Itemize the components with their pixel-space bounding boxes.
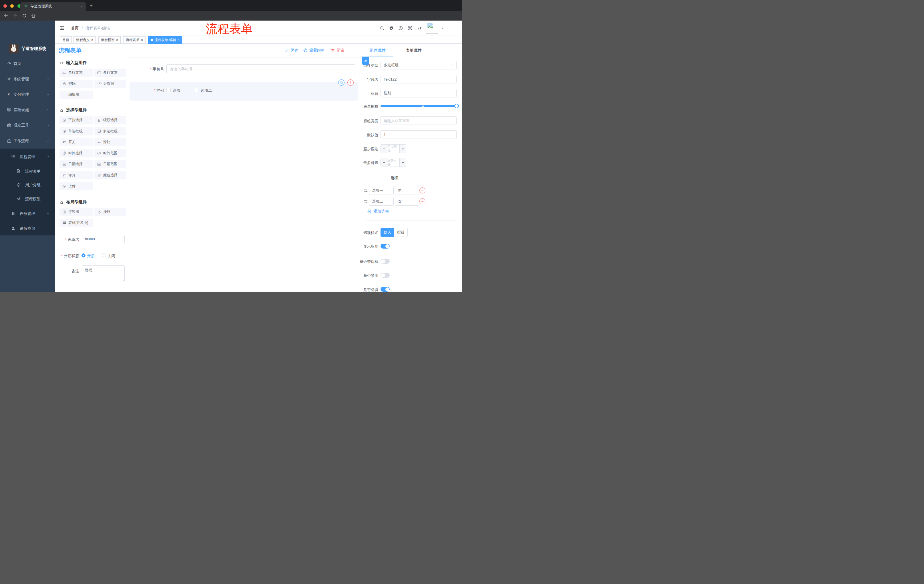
border-switch[interactable] <box>381 259 390 264</box>
search-icon[interactable] <box>380 26 384 31</box>
component-password[interactable]: 密码 <box>59 80 93 88</box>
stepper-plus-button[interactable]: + <box>399 158 406 166</box>
breadcrumb-home[interactable]: 首页 <box>71 26 79 31</box>
disabled-switch[interactable] <box>381 273 390 278</box>
option-drag-icon[interactable] <box>363 188 368 193</box>
style-button-button[interactable]: 按钮 <box>394 228 408 237</box>
tag-close-icon[interactable]: × <box>116 38 118 42</box>
tag-process-definition[interactable]: 流程定义× <box>73 36 96 44</box>
phone-field-input[interactable] <box>167 64 355 74</box>
tag-process-form-edit[interactable]: 流程表单-编辑× <box>148 36 182 44</box>
sidebar-item-user-group[interactable]: 用户分组 <box>0 178 55 192</box>
sidebar-item-task-mgmt[interactable]: 任务管理 <box>0 206 55 220</box>
form-name-input[interactable] <box>82 235 125 243</box>
collapse-sidebar-icon[interactable] <box>59 25 65 31</box>
sidebar-item-process-model[interactable]: 流程模型 <box>0 192 55 206</box>
component-color-picker[interactable]: 颜色选择 <box>94 171 126 179</box>
home-icon[interactable] <box>31 13 36 18</box>
gender-option1-label[interactable]: 选项一 <box>173 88 185 93</box>
sidebar-logo[interactable]: 芋道管理系统 <box>0 42 55 55</box>
minimize-window-button[interactable] <box>10 4 14 8</box>
option1-label-input[interactable] <box>369 186 394 195</box>
component-switch[interactable]: 开关 <box>59 138 93 146</box>
avatar[interactable] <box>426 22 438 34</box>
option1-value-input[interactable] <box>395 186 419 195</box>
save-button[interactable]: 保存 <box>284 48 298 53</box>
clear-button[interactable]: 清空 <box>331 48 345 53</box>
tag-home[interactable]: 首页 <box>60 36 72 44</box>
help-icon[interactable] <box>398 26 403 31</box>
sidebar-item-leave-query[interactable]: 请假查询 <box>0 221 55 235</box>
component-row-container[interactable]: 行容器 <box>59 208 93 216</box>
type-select[interactable]: 多选框组 <box>381 61 457 69</box>
tag-close-icon[interactable]: × <box>178 38 180 42</box>
option2-label-input[interactable] <box>369 197 394 206</box>
component-multi-text[interactable]: 多行文本 <box>94 69 126 77</box>
stepper-minus-button[interactable]: − <box>381 158 388 166</box>
sidebar-item-home[interactable]: 首页 <box>0 56 55 71</box>
sidebar-item-infra[interactable]: 基础设施 <box>0 102 55 117</box>
new-tab-button[interactable]: + <box>90 4 92 7</box>
component-time-range[interactable]: 时间范围 <box>94 149 126 158</box>
tab-form-props[interactable]: 表单属性 <box>404 48 424 53</box>
tag-close-icon[interactable]: × <box>141 38 143 42</box>
component-single-text[interactable]: 单行文本 <box>59 69 93 77</box>
browser-tab[interactable]: 芋道管理系统 × <box>20 2 86 11</box>
radio-off-label[interactable]: 关闭 <box>107 253 115 258</box>
add-option-button[interactable]: 添加选项 <box>367 209 389 214</box>
stepper-plus-button[interactable]: + <box>399 145 406 153</box>
forward-icon[interactable] <box>13 13 18 18</box>
option-drag-icon[interactable] <box>363 199 368 204</box>
widget-delete-button[interactable] <box>347 79 354 86</box>
github-icon[interactable] <box>389 26 394 31</box>
fullscreen-icon[interactable] <box>408 26 412 31</box>
gender-option2-checkbox[interactable] <box>194 88 198 92</box>
radio-on-selected[interactable] <box>81 253 86 257</box>
component-time-picker[interactable]: 时间选择 <box>59 149 93 158</box>
tag-process-model[interactable]: 流程模型× <box>98 36 120 44</box>
component-upload[interactable]: 上传 <box>59 182 93 190</box>
sidebar-item-system[interactable]: 系统管理 <box>0 72 55 86</box>
min-select-placeholder[interactable]: 至少应选 <box>388 145 399 153</box>
component-counter[interactable]: 123计数器 <box>94 80 126 88</box>
reload-icon[interactable] <box>22 13 27 18</box>
component-editor[interactable]: 编辑器 <box>59 90 93 99</box>
sidebar-item-process-mgmt[interactable]: 流程管理 <box>0 150 55 164</box>
close-window-button[interactable] <box>3 4 7 8</box>
option2-remove-button[interactable]: − <box>419 198 426 204</box>
component-date-range[interactable]: 日期范围 <box>94 160 126 168</box>
component-checkbox-group[interactable]: 多选框组 <box>94 127 126 135</box>
radio-on-label[interactable]: 开启 <box>87 253 95 258</box>
tab-close-icon[interactable]: × <box>81 4 83 8</box>
widget-copy-button[interactable] <box>338 79 345 86</box>
sidebar-item-workflow[interactable]: 工作流程 <box>0 134 55 148</box>
stepper-minus-button[interactable]: − <box>381 145 388 153</box>
back-icon[interactable] <box>3 13 8 18</box>
default-value-input[interactable] <box>381 130 457 139</box>
option2-value-input[interactable] <box>395 197 419 206</box>
view-json-button[interactable]: 查看json <box>303 48 324 53</box>
sidebar-item-process-form[interactable]: 流程表单 <box>0 164 55 178</box>
tab-component-props[interactable]: 组件属性 <box>365 48 391 53</box>
required-switch[interactable] <box>381 287 390 292</box>
avatar-caret-down-icon[interactable] <box>441 27 444 30</box>
component-button[interactable]: 按钮 <box>94 208 126 216</box>
component-cascader[interactable]: 级联选择 <box>94 116 126 124</box>
sidebar-item-devtools[interactable]: 研发工具 <box>0 118 55 132</box>
max-select-placeholder[interactable]: 最多可选 <box>388 158 399 166</box>
option1-remove-button[interactable]: − <box>419 188 426 193</box>
link-tab-button[interactable] <box>362 57 369 65</box>
field-name-input[interactable] <box>381 75 457 84</box>
component-date-picker[interactable]: 日期选择 <box>59 160 93 168</box>
font-size-icon[interactable]: TT <box>417 25 422 31</box>
grid-span-slider[interactable] <box>381 105 458 107</box>
resize-handle-icon[interactable] <box>121 278 124 281</box>
component-radio-group[interactable]: 单选框组 <box>59 127 93 135</box>
component-rate[interactable]: 评分 <box>59 171 93 179</box>
component-slider[interactable]: 滑块 <box>94 138 126 146</box>
gender-option1-checkbox[interactable] <box>167 88 171 92</box>
tag-process-form[interactable]: 流程表单× <box>123 36 145 44</box>
form-remark-textarea[interactable]: 嘿嘿 <box>82 265 125 282</box>
component-table-dev[interactable]: 表格[开发中] <box>59 219 93 227</box>
radio-off[interactable] <box>102 253 106 257</box>
